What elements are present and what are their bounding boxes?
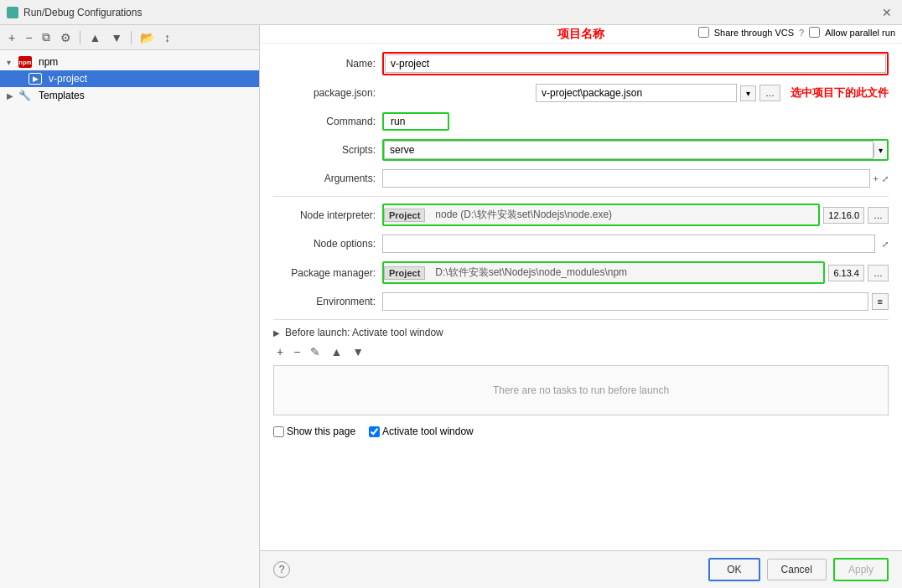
package-manager-value: D:\软件安装set\Nodejs\node_modules\npm — [428, 263, 823, 282]
package-json-content: ▾ … — [382, 84, 780, 102]
add-config-button[interactable]: + — [5, 29, 18, 46]
right-panel: 项目名称 Share through VCS ? Allow parallel … — [260, 25, 902, 588]
toolbar-divider2 — [131, 31, 132, 44]
before-launch-toolbar: + − ✎ ▲ ▼ — [273, 343, 889, 360]
before-launch-title: Before launch: Activate tool window — [285, 327, 443, 338]
arguments-input[interactable] — [382, 169, 870, 188]
scripts-dropdown-btn[interactable]: ▾ — [873, 143, 887, 157]
node-options-expand-icon[interactable]: ⤢ — [882, 240, 889, 249]
environment-content: ≡ — [382, 292, 889, 311]
bottom-options: Show this page Activate tool window — [273, 426, 889, 437]
scripts-row: Scripts: ▾ — [273, 139, 889, 161]
activate-tool-window-checkbox[interactable] — [369, 426, 380, 437]
templates-label: Templates — [39, 90, 85, 101]
activate-tool-window-text: Activate tool window — [382, 426, 474, 437]
move-down-button[interactable]: ▼ — [107, 29, 126, 46]
activate-tool-window-label: Activate tool window — [369, 426, 474, 437]
arguments-row: Arguments: + ⤢ — [273, 168, 889, 189]
remove-config-button[interactable]: − — [22, 29, 35, 46]
sort-button[interactable]: ↕ — [161, 29, 174, 46]
show-this-page-text: Show this page — [287, 426, 355, 437]
node-interpreter-browse[interactable]: … — [868, 207, 889, 224]
footer-right: OK Cancel Apply — [708, 558, 889, 581]
apply-button[interactable]: Apply — [833, 558, 889, 581]
package-json-row: package.json: ▾ … 选中项目下的此文件 — [273, 82, 889, 104]
npm-icon: npm — [18, 56, 32, 68]
annotation-project-name: 项目名称 — [557, 27, 604, 42]
node-options-content: ⤢ — [382, 235, 889, 253]
cancel-button[interactable]: Cancel — [767, 559, 827, 580]
scripts-label: Scripts: — [273, 144, 382, 156]
package-json-input[interactable] — [536, 84, 737, 102]
templates-icon: 🔧 — [18, 90, 32, 101]
expand-icon-npm: ▾ — [7, 58, 17, 67]
environment-edit-btn[interactable]: ≡ — [872, 293, 889, 310]
before-launch-up[interactable]: ▲ — [327, 343, 345, 360]
sidebar-toolbar: + − ⧉ ⚙ ▲ ▼ 📂 ↕ — [0, 25, 259, 50]
node-options-input[interactable] — [382, 235, 875, 253]
node-interpreter-label: Node interpreter: — [273, 209, 382, 221]
arguments-label: Arguments: — [273, 173, 382, 184]
package-json-label: package.json: — [273, 87, 382, 99]
parallel-label: Allow parallel run — [825, 28, 895, 38]
before-launch-edit[interactable]: ✎ — [307, 343, 324, 360]
settings-button[interactable]: ⚙ — [57, 29, 75, 46]
move-up-button[interactable]: ▲ — [86, 29, 104, 46]
package-manager-content: Project D:\软件安装set\Nodejs\node_modules\n… — [382, 261, 889, 284]
help-button[interactable]: ? — [273, 561, 290, 578]
package-json-dropdown[interactable]: ▾ — [740, 85, 756, 101]
tree-node-npm[interactable]: ▾ npm npm — [0, 54, 259, 70]
command-value: run — [391, 116, 405, 127]
arguments-area: + ⤢ — [382, 169, 889, 188]
scripts-input[interactable] — [384, 141, 873, 159]
package-manager-wrapper: Project D:\软件安装set\Nodejs\node_modules\n… — [382, 261, 825, 284]
scripts-content: ▾ — [382, 139, 889, 161]
v-project-label: v-project — [49, 73, 87, 85]
environment-input[interactable] — [382, 292, 868, 311]
node-interpreter-badge: Project — [384, 209, 425, 222]
name-row: Name: — [273, 52, 889, 75]
parallel-checkbox[interactable] — [809, 27, 820, 38]
before-launch-empty: There are no tasks to run before launch — [493, 384, 669, 396]
before-launch-triangle[interactable]: ▶ — [273, 328, 280, 338]
config-area: Name: package.json: ▾ … — [260, 44, 902, 550]
vcs-question-icon: ? — [799, 28, 804, 38]
node-interpreter-value: node (D:\软件安装set\Nodejs\node.exe) — [428, 205, 818, 224]
package-json-browse[interactable]: … — [759, 85, 780, 101]
tree-node-v-project[interactable]: ▶ v-project — [0, 70, 259, 87]
environment-label: Environment: — [273, 296, 382, 307]
tree-node-templates[interactable]: ▶ 🔧 Templates — [0, 87, 259, 104]
toolbar-divider — [80, 31, 80, 44]
before-launch-area: There are no tasks to run before launch — [273, 365, 889, 415]
footer-left: ? — [273, 561, 290, 578]
node-options-row: Node options: ⤢ — [273, 233, 889, 255]
name-input[interactable] — [385, 54, 886, 73]
node-interpreter-content: Project node (D:\软件安装set\Nodejs\node.exe… — [382, 204, 889, 226]
name-content — [382, 52, 889, 75]
folder-button[interactable]: 📂 — [137, 29, 158, 46]
command-field: run — [382, 112, 449, 131]
node-options-label: Node options: — [273, 238, 382, 250]
package-manager-badge: Project — [384, 266, 425, 280]
scripts-input-wrapper: ▾ — [382, 139, 889, 161]
vcs-checkbox[interactable] — [698, 27, 709, 38]
expand-icon-templates: ▶ — [7, 91, 17, 101]
ok-button[interactable]: OK — [708, 558, 759, 581]
copy-config-button[interactable]: ⧉ — [39, 28, 54, 46]
arguments-expand-icon[interactable]: + — [873, 173, 879, 183]
show-this-page-checkbox[interactable] — [273, 426, 284, 437]
package-manager-browse[interactable]: … — [868, 265, 889, 281]
command-content: run — [382, 112, 889, 131]
title-bar: Run/Debug Configurations ✕ — [0, 0, 902, 25]
show-this-page-label: Show this page — [273, 426, 355, 437]
before-launch-down[interactable]: ▼ — [349, 343, 367, 360]
project-icon: ▶ — [29, 73, 42, 85]
arguments-fullscreen-icon[interactable]: ⤢ — [882, 174, 889, 183]
before-launch-add[interactable]: + — [273, 343, 287, 360]
node-version-dropdown[interactable]: 12.16.0 — [823, 207, 864, 224]
name-label: Name: — [273, 58, 382, 70]
close-button[interactable]: ✕ — [879, 6, 895, 19]
package-manager-version[interactable]: 6.13.4 — [828, 265, 864, 281]
before-launch-remove[interactable]: − — [290, 343, 303, 360]
separator1 — [273, 196, 889, 197]
